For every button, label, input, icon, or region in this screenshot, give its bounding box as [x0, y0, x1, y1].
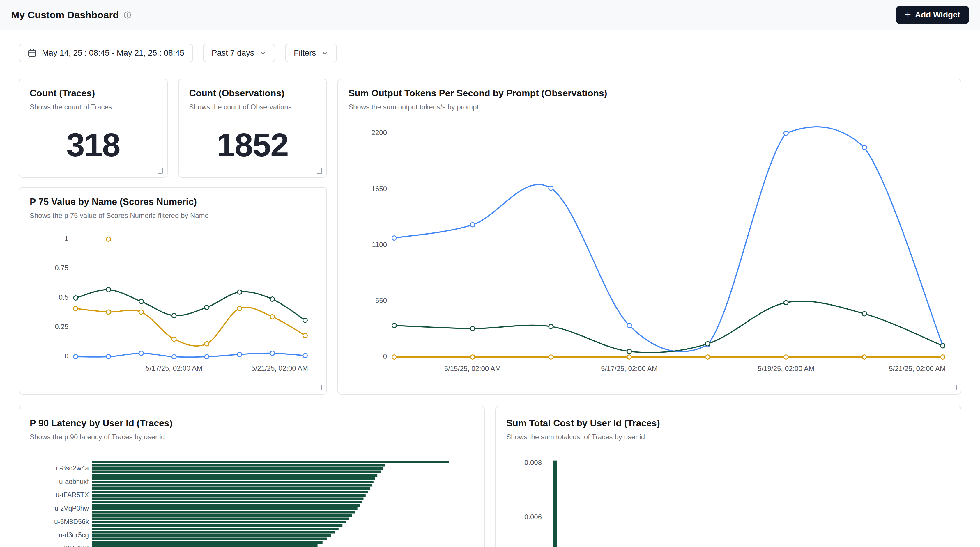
data-point — [549, 355, 553, 359]
widget-p75-value: P 75 Value by Name (Scores Numeric) Show… — [19, 187, 327, 395]
bar — [92, 494, 366, 497]
bar — [92, 497, 363, 500]
bottom-widgets-row: P 90 Latency by User Id (Traces) Shows t… — [0, 406, 980, 547]
widget-subtitle: Shows the p 90 latency of Traces by user… — [30, 433, 474, 441]
bar — [92, 491, 368, 493]
bar-label: u-5M8D56k — [54, 518, 89, 525]
bar — [92, 464, 385, 466]
data-point — [172, 337, 176, 341]
bar — [92, 524, 342, 526]
widget-subtitle: Shows the sum totalcost of Traces by use… — [506, 433, 950, 441]
bar-label: u-d3qr5cg — [59, 531, 89, 539]
resize-handle[interactable] — [158, 168, 163, 174]
date-range-button[interactable]: May 14, 25 : 08:45 - May 21, 25 : 08:45 — [19, 44, 193, 62]
bar — [92, 477, 375, 480]
filters-button[interactable]: Filters — [285, 44, 337, 62]
x-tick-label: 5/19/25, 02:00 AM — [757, 365, 815, 373]
bar-label: u-8sq2w4a — [56, 464, 89, 472]
widget-title: Sum Output Tokens Per Second by Prompt (… — [348, 87, 950, 99]
widget-count-observations: Count (Observations) Shows the count of … — [178, 79, 327, 178]
count-observations-value: 1852 — [189, 128, 316, 162]
data-point — [549, 186, 553, 190]
chevron-down-icon — [321, 49, 328, 56]
bar — [92, 484, 372, 487]
data-point — [627, 349, 632, 354]
widget-title: Sum Total Cost by User Id (Traces) — [506, 417, 950, 429]
bar — [92, 501, 362, 503]
data-point — [139, 310, 143, 314]
data-point — [172, 354, 176, 359]
data-point — [392, 323, 396, 328]
resize-handle[interactable] — [317, 385, 322, 390]
page-title: My Custom Dashboard — [11, 9, 119, 21]
line-series — [394, 301, 943, 353]
p90-latency-bar-chart: u-8sq2w4au-aobnuxfu-tFAR5TXu-zVqP3hwu-5M… — [30, 446, 475, 547]
info-icon[interactable] — [123, 11, 131, 19]
data-point — [627, 355, 632, 359]
y-tick-label: 0.008 — [524, 458, 542, 466]
data-point — [471, 223, 475, 227]
data-point — [705, 342, 710, 346]
bar — [92, 467, 383, 470]
widget-subtitle: Shows the sum output tokens/s by prompt — [348, 103, 950, 111]
widget-subtitle: Shows the p 75 value of Scores Numeric f… — [30, 211, 316, 220]
topbar-left: My Custom Dashboard — [11, 9, 131, 21]
x-tick-label: 5/21/25, 02:00 AM — [251, 364, 308, 372]
data-point — [303, 333, 307, 338]
filters-label: Filters — [294, 48, 316, 58]
data-point — [270, 351, 275, 355]
data-point — [74, 296, 78, 300]
bar-label: u-zVqP3hw — [54, 504, 89, 512]
y-tick-label: 2200 — [372, 128, 387, 136]
bar — [553, 460, 557, 547]
bar — [92, 531, 335, 533]
widget-title: P 75 Value by Name (Scores Numeric) — [30, 196, 316, 208]
sum-output-tokens-line-chart: 05501100165022005/15/25, 02:00 AM5/17/25… — [348, 117, 955, 373]
data-point — [392, 236, 396, 240]
calendar-icon — [27, 48, 37, 58]
filter-toolbar: May 14, 25 : 08:45 - May 21, 25 : 08:45 … — [0, 44, 980, 62]
data-point — [270, 314, 275, 319]
resize-handle[interactable] — [951, 385, 957, 390]
y-tick-label: 0.75 — [55, 264, 68, 272]
bar — [92, 487, 370, 490]
date-range-label: May 14, 25 : 08:45 - May 21, 25 : 08:45 — [42, 48, 184, 58]
widget-sum-total-cost: Sum Total Cost by User Id (Traces) Shows… — [495, 406, 961, 547]
topbar: My Custom Dashboard + Add Widget — [0, 0, 980, 30]
count-widgets-row: Count (Traces) Shows the count of Traces… — [19, 79, 327, 178]
data-point — [106, 287, 111, 292]
data-point — [106, 354, 111, 359]
data-point — [627, 323, 632, 328]
data-point — [139, 299, 143, 303]
data-point — [270, 297, 275, 301]
bar — [92, 534, 331, 537]
bar — [92, 517, 348, 520]
bar — [92, 521, 345, 523]
data-point — [862, 145, 867, 149]
chevron-down-icon — [259, 49, 266, 56]
data-point — [74, 306, 78, 311]
bar — [92, 474, 377, 477]
widget-sum-output-tokens: Sum Output Tokens Per Second by Prompt (… — [337, 79, 961, 395]
resize-handle[interactable] — [317, 168, 322, 174]
data-point — [705, 355, 710, 359]
range-preset-select[interactable]: Past 7 days — [203, 44, 275, 62]
data-point — [172, 313, 176, 318]
data-point — [237, 352, 242, 357]
data-point — [139, 351, 143, 355]
data-point — [784, 300, 788, 304]
data-point — [205, 354, 209, 359]
x-tick-label: 5/17/25, 02:00 AM — [146, 364, 202, 372]
left-column: Count (Traces) Shows the count of Traces… — [19, 79, 327, 395]
bar-label: u-aobnuxf — [59, 477, 89, 485]
widget-title: P 90 Latency by User Id (Traces) — [30, 417, 474, 429]
bar — [92, 480, 374, 483]
data-point — [941, 355, 945, 359]
add-widget-label: Add Widget — [915, 10, 960, 19]
y-tick-label: 0 — [65, 352, 68, 360]
data-point — [471, 326, 475, 331]
add-widget-button[interactable]: + Add Widget — [896, 6, 969, 24]
data-point — [784, 131, 788, 135]
bar — [92, 511, 355, 513]
p75-value-line-chart: 00.250.50.7515/17/25, 02:00 AM5/21/25, 0… — [30, 226, 317, 373]
